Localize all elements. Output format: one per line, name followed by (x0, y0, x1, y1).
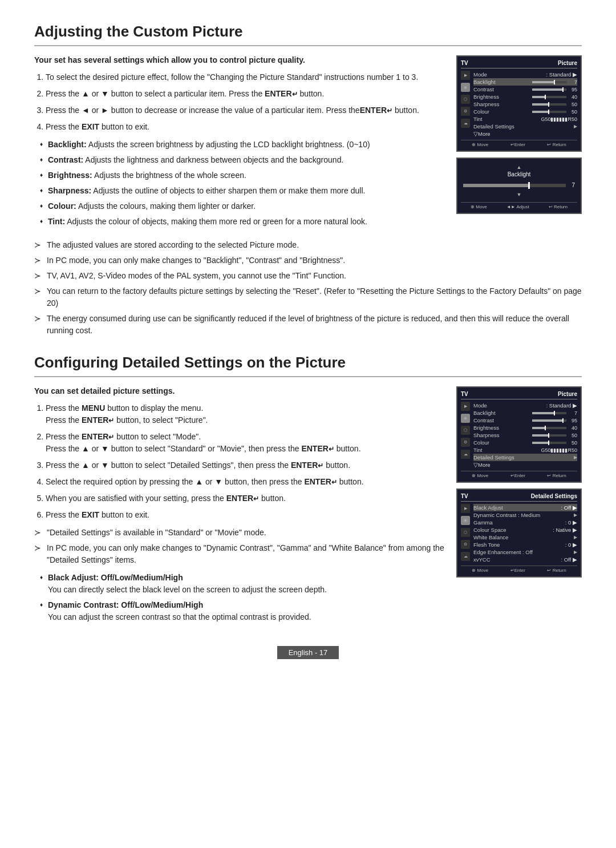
icon-2: ◉ (461, 83, 470, 92)
step-4: Press the EXIT button to exit. (46, 121, 445, 133)
tv-label: TV (461, 60, 468, 66)
sharpness-row: Sharpness 50 (473, 100, 577, 108)
colour-row2: Colour 50 (473, 439, 577, 446)
section-adjusting: Adjusting the Custom Picture Your set ha… (34, 23, 582, 337)
icon-5: ☁ (461, 119, 470, 128)
section2-steps: Press the MENU button to display the men… (46, 402, 445, 521)
icon2-1: ▶ (461, 402, 470, 411)
tv-icons2: ▶ ◉ ⬡ ⚙ ☁ (461, 402, 471, 469)
up-arrow: ▲ (517, 164, 522, 170)
return-label3: ↩ Return (547, 568, 566, 573)
move-label3: ⊕ Move (472, 568, 488, 573)
tv-icons3: ▶ ◉ ⬡ ⚙ ☁ (461, 504, 471, 563)
bullet-dynamic-contrast: Dynamic Contrast: Off/Low/Medium/HighYou… (40, 599, 445, 623)
bullet-backlight: Backlight: Adjusts the screen brightness… (40, 139, 445, 151)
brightness-row2: Brightness 40 (473, 424, 577, 431)
section2-screens: TV Picture ▶ ◉ ⬡ ⚙ ☁ Mode : Standard ▶ (456, 386, 582, 583)
mode-row2: Mode : Standard ▶ (473, 402, 577, 409)
brightness-row: Brightness 40 (473, 93, 577, 100)
tv-sidebar: ▶ ◉ ⬡ ⚙ ☁ Mode : Standard ▶ Backlight (461, 71, 577, 138)
icon3-1: ▶ (461, 504, 470, 513)
tv-sidebar3: ▶ ◉ ⬡ ⚙ ☁ Black Adjust : Off ▶ Dynamic C… (461, 504, 577, 563)
section1-bullets: Backlight: Adjusts the screen brightness… (40, 139, 445, 228)
section2-title: Configuring Detailed Settings on the Pic… (34, 354, 582, 377)
section2-notes: "Detailed Settings" is available in "Sta… (34, 527, 445, 566)
backlight-footer: ⊕ Move ◄► Adjust ↩ Return (461, 202, 577, 209)
enter-label3: ↵Enter (510, 568, 525, 573)
bullet-brightness: Brightness: Adjusts the brightness of th… (40, 169, 445, 181)
return-label-bl: ↩ Return (549, 204, 568, 209)
move-label: ⊕ Move (472, 142, 488, 147)
note-5: The energy consumed during use can be si… (34, 313, 582, 337)
tv-label2: TV (461, 391, 468, 397)
backlight-title: Backlight (508, 171, 531, 177)
icon3-3: ⬡ (461, 528, 470, 537)
section1-steps: To select the desired picture effect, fo… (46, 71, 445, 133)
sharpness-row2: Sharpness 50 (473, 431, 577, 439)
section1-intro: Your set has several settings which allo… (34, 55, 445, 64)
bullet-contrast: Contrast: Adjusts the lightness and dark… (40, 154, 445, 166)
tv-menu-content2: Mode : Standard ▶ Backlight 7 (473, 402, 577, 469)
tv-sidebar2: ▶ ◉ ⬡ ⚙ ☁ Mode : Standard ▶ Backlight (461, 402, 577, 469)
section2-intro: You can set detailed picture settings. (34, 386, 445, 395)
black-adjust-row: Black Adjust : Off ▶ (473, 504, 577, 511)
backlight-value: 7 (572, 182, 575, 188)
tv-icons: ▶ ◉ ⬡ ⚙ ☁ (461, 71, 471, 138)
icon3-5: ☁ (461, 552, 470, 561)
detail-label: Detailed Settings (531, 493, 577, 499)
dyn-contrast-row: Dynamic Contrast : Medium ▶ (473, 511, 577, 519)
xvycc-row: xvYCC : Off ▶ (473, 556, 577, 563)
s2-step-5: When you are satisfied with your setting… (46, 492, 445, 504)
return-label: ↩ Return (547, 142, 566, 147)
footer-label: English - 17 (277, 646, 339, 659)
s2-step-1: Press the MENU button to display the men… (46, 402, 445, 426)
picture-label: Picture (558, 60, 577, 66)
tint-row2: Tint G50▮▮▮▮▮▮R50 (473, 446, 577, 454)
tv-backlight-screen: ▲ Backlight 7 ▼ ⊕ Move ◄► Ad (456, 158, 582, 214)
backlight-content: ▲ Backlight 7 ▼ (461, 162, 577, 200)
icon2-4: ⚙ (461, 438, 470, 447)
icon-4: ⚙ (461, 107, 470, 116)
s2-step-6: Press the EXIT button to exit. (46, 509, 445, 521)
tv-menu-content: Mode : Standard ▶ Backlight 7 (473, 71, 577, 138)
edge-enhance-row: Edge Enhancement : Off ▶ (473, 548, 577, 556)
bullet-colour: Colour: Adjusts the colours, making them… (40, 200, 445, 212)
step-3: Press the ◄ or ► button to decrease or i… (46, 104, 445, 116)
contrast-row: Contrast 95 (473, 86, 577, 93)
tv-header: TV Picture (461, 60, 577, 68)
section1-notes: The adjusted values are stored according… (34, 239, 582, 337)
bullet-sharpness: Sharpness: Adjusts the outline of object… (40, 185, 445, 197)
tv-picture-screen2: TV Picture ▶ ◉ ⬡ ⚙ ☁ Mode : Standard ▶ (456, 386, 582, 483)
gamma-row: Gamma : 0 ▶ (473, 519, 577, 526)
s2-note-2: In PC mode, you can only make changes to… (34, 542, 445, 566)
adjust-label-bl: ◄► Adjust (506, 204, 529, 209)
s2-step-2: Press the ENTER↵ button to select "Mode"… (46, 431, 445, 455)
note-1: The adjusted values are stored according… (34, 239, 582, 251)
picture-label2: Picture (558, 391, 577, 397)
detailed-settings-row: Detailed Settings ▶ (473, 123, 577, 130)
tv-footer3: ⊕ Move ↵Enter ↩ Return (461, 566, 577, 573)
colour-row: Colour 50 (473, 108, 577, 115)
tv-detailed-screen: TV Detailed Settings ▶ ◉ ⬡ ⚙ ☁ Black Adj… (456, 488, 582, 578)
section-configuring: Configuring Detailed Settings on the Pic… (34, 354, 582, 629)
s2-note-1: "Detailed Settings" is available in "Sta… (34, 527, 445, 539)
tv-picture-screen: TV Picture ▶ ◉ ⬡ ⚙ ☁ Mode : Standard ▶ (456, 55, 582, 152)
tv-detail-header: TV Detailed Settings (461, 493, 577, 502)
step-1: To select the desired picture effect, fo… (46, 71, 445, 83)
tv-header2: TV Picture (461, 391, 577, 399)
s2-step-4: Select the required option by pressing t… (46, 476, 445, 488)
tv-label3: TV (461, 493, 468, 499)
backlight-row2: Backlight 7 (473, 409, 577, 417)
detailed-settings-row2: Detailed Settings ▶ (473, 454, 577, 461)
icon3-4: ⚙ (461, 540, 470, 549)
enter-label2: ↵Enter (510, 473, 525, 478)
more-row: ▽More (473, 130, 577, 138)
mode-row: Mode : Standard ▶ (473, 71, 577, 78)
section2-bullets: Black Adjust: Off/Low/Medium/HighYou can… (40, 572, 445, 623)
section1-title: Adjusting the Custom Picture (34, 23, 582, 46)
move-label2: ⊕ Move (472, 473, 488, 478)
more-row2: ▽More (473, 461, 577, 469)
white-balance-row: White Balance ▶ (473, 534, 577, 541)
tv-footer2: ⊕ Move ↵Enter ↩ Return (461, 471, 577, 478)
page-footer: English - 17 (34, 646, 582, 659)
